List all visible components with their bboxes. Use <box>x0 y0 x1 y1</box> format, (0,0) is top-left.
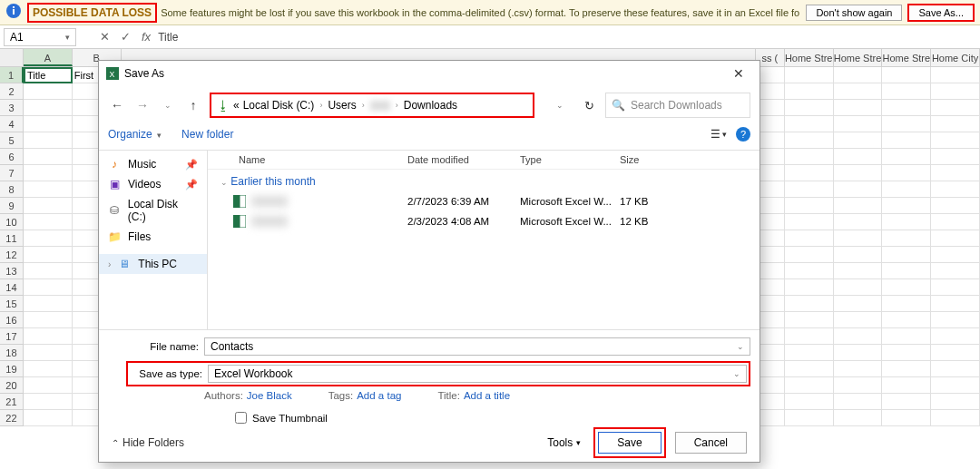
cell-far-17-4[interactable] <box>931 328 980 345</box>
cell-A19[interactable] <box>24 361 73 377</box>
cell-far-7-2[interactable] <box>834 165 883 181</box>
cell-A2[interactable] <box>24 83 73 100</box>
cell-far-18-1[interactable] <box>785 345 834 361</box>
row-14[interactable]: 14 <box>0 279 24 296</box>
cell-A10[interactable] <box>24 214 73 230</box>
cell-far-13-2[interactable] <box>834 263 883 279</box>
cell-far-22-4[interactable] <box>931 410 980 426</box>
sidebar-this-pc[interactable]: › 🖥 This PC <box>99 254 207 274</box>
view-mode-button[interactable]: ☰ ▾ <box>710 128 727 141</box>
dont-show-again-button[interactable]: Don't show again <box>806 5 902 21</box>
cell-far-6-2[interactable] <box>834 149 883 165</box>
cell-far-5-4[interactable] <box>931 132 980 149</box>
tools-button[interactable]: Tools ▾ <box>547 436 581 449</box>
cell-far-12-2[interactable] <box>834 247 883 263</box>
cell-far-9-1[interactable] <box>785 198 834 214</box>
crumb-0[interactable]: Local Disk (C:) <box>243 99 315 112</box>
path-dropdown[interactable]: ⌄ <box>556 101 564 110</box>
cell-far-17-2[interactable] <box>834 328 883 345</box>
col-home-city[interactable]: Home City <box>931 49 980 66</box>
cell-far-9-3[interactable] <box>882 198 931 214</box>
row-11[interactable]: 11 <box>0 230 24 247</box>
crumb-2[interactable] <box>370 101 390 111</box>
cell-far-11-4[interactable] <box>931 230 980 247</box>
cell-far-16-2[interactable] <box>834 312 883 328</box>
cell-far-14-2[interactable] <box>834 279 883 296</box>
cell-far-3-2[interactable] <box>834 100 883 116</box>
cell-far-3-3[interactable] <box>882 100 931 116</box>
row-17[interactable]: 17 <box>0 328 24 345</box>
cell-far-14-1[interactable] <box>785 279 834 296</box>
sidebar-item-videos[interactable]: ▣Videos📌 <box>99 174 207 194</box>
cell-A9[interactable] <box>24 198 73 214</box>
cell-far-14-4[interactable] <box>931 279 980 296</box>
cell-far-18-2[interactable] <box>834 345 883 361</box>
col-type[interactable]: Type <box>520 154 620 165</box>
cell-far-8-3[interactable] <box>882 181 931 198</box>
cell-far-16-1[interactable] <box>785 312 834 328</box>
cell-far-4-1[interactable] <box>785 116 834 132</box>
cell-far-2-1[interactable] <box>785 83 834 100</box>
cell-far-2-2[interactable] <box>834 83 883 100</box>
cell-far-22-3[interactable] <box>882 410 931 426</box>
cell-far-18-3[interactable] <box>882 345 931 361</box>
cell-A16[interactable] <box>24 312 73 328</box>
cell-A20[interactable] <box>24 377 73 394</box>
cell-far-16-4[interactable] <box>931 312 980 328</box>
row-1[interactable]: 1 <box>0 67 24 83</box>
row-3[interactable]: 3 <box>0 100 24 116</box>
cell-far-20-1[interactable] <box>785 377 834 394</box>
cell-A22[interactable] <box>24 410 73 426</box>
cell-far-7-4[interactable] <box>931 165 980 181</box>
cell-far-12-1[interactable] <box>785 247 834 263</box>
cell-far-15-4[interactable] <box>931 296 980 312</box>
cell-far-22-2[interactable] <box>834 410 883 426</box>
cell-far-10-1[interactable] <box>785 214 834 230</box>
row-5[interactable]: 5 <box>0 132 24 149</box>
organize-button[interactable]: Organize ▾ <box>108 128 162 141</box>
cell-far-20-3[interactable] <box>882 377 931 394</box>
row-19[interactable]: 19 <box>0 361 24 377</box>
cell-far-10-4[interactable] <box>931 214 980 230</box>
row-7[interactable]: 7 <box>0 165 24 181</box>
col-home-stre-2[interactable]: Home Stre <box>834 49 883 66</box>
cell-A5[interactable] <box>24 132 73 149</box>
file-group-header[interactable]: ⌄ Earlier this month <box>208 170 760 191</box>
cancel-button[interactable]: Cancel <box>675 432 747 454</box>
hide-folders-button[interactable]: ⌃Hide Folders <box>112 436 184 449</box>
cell-A8[interactable] <box>24 181 73 198</box>
select-all-corner[interactable] <box>0 49 24 66</box>
cell-far-14-3[interactable] <box>882 279 931 296</box>
recent-dropdown[interactable]: ⌄ <box>159 101 177 110</box>
fx-icon[interactable]: fx <box>142 30 151 44</box>
title-value[interactable]: Add a title <box>464 390 510 401</box>
cell-far-19-1[interactable] <box>785 361 834 377</box>
cell-far-12-4[interactable] <box>931 247 980 263</box>
cell-far-1-1[interactable] <box>785 67 834 83</box>
cell-far-15-3[interactable] <box>882 296 931 312</box>
sidebar-item-files[interactable]: 📁Files <box>99 227 207 247</box>
cell-far-6-4[interactable] <box>931 149 980 165</box>
breadcrumb-path[interactable]: ⭳ « Local Disk (C:) › Users › › Download… <box>210 93 534 118</box>
crumb-1[interactable]: Users <box>328 99 356 112</box>
cell-A7[interactable] <box>24 165 73 181</box>
help-icon[interactable]: ? <box>736 127 750 142</box>
cell-far-18-4[interactable] <box>931 345 980 361</box>
save-thumbnail-row[interactable]: Save Thumbnail <box>126 412 750 424</box>
cell-A12[interactable] <box>24 247 73 263</box>
save-thumbnail-checkbox[interactable] <box>235 412 247 424</box>
cell-A6[interactable] <box>24 149 73 165</box>
file-row[interactable]: 2/7/2023 6:39 AMMicrosoft Excel W...17 K… <box>208 191 760 211</box>
cell-far-16-3[interactable] <box>882 312 931 328</box>
cell-far-8-4[interactable] <box>931 181 980 198</box>
file-row[interactable]: 2/3/2023 4:08 AMMicrosoft Excel W...12 K… <box>208 211 760 231</box>
col-size[interactable]: Size <box>620 154 674 165</box>
cell-far-21-1[interactable] <box>785 394 834 410</box>
cell-far-5-2[interactable] <box>834 132 883 149</box>
cell-far-22-1[interactable] <box>785 410 834 426</box>
save-as-banner-button[interactable]: Save As... <box>907 4 975 22</box>
authors-value[interactable]: Joe Black <box>247 390 292 401</box>
save-type-select[interactable]: Excel Workbook⌄ <box>208 365 747 383</box>
cell-far-19-3[interactable] <box>882 361 931 377</box>
row-13[interactable]: 13 <box>0 263 24 279</box>
